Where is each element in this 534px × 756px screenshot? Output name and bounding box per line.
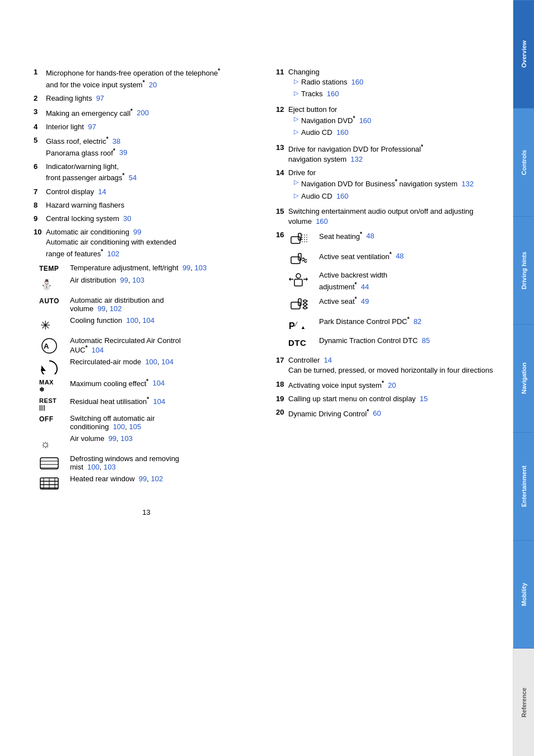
arrow-icon: ▷: [294, 115, 298, 126]
seat-vent-icon: [288, 251, 308, 267]
svg-rect-25: [294, 279, 302, 286]
left-column: 1 Microphone for hands-free operation of…: [34, 67, 259, 516]
arrow-icon: ▷: [294, 128, 298, 138]
icon-entry-cooling: ✳ Cooling function 100, 104: [39, 316, 259, 333]
page-number: 13: [34, 508, 259, 516]
icon-entry-recirculate: Recirculated-air mode 100, 104: [39, 358, 259, 374]
list-item: 11 Changing ▷ Radio stations 160 ▷ Track…: [276, 67, 502, 101]
svg-text:✳: ✳: [40, 318, 50, 332]
icon-entry-rest: REST||| Residual heat utilisation* 104: [39, 396, 259, 411]
icon-entry-max-ac: MAX❄ Maximum cooling effect* 104: [39, 378, 259, 392]
list-item: 6 Indicator/warning light,front passenge…: [34, 162, 259, 184]
active-seat-icon: [288, 297, 308, 312]
defrost-icon: [39, 456, 59, 471]
list-item: 1 Microphone for hands-free operation of…: [34, 67, 259, 90]
list-item: 7 Control display 14: [34, 187, 259, 197]
list-item: 4 Interior light 97: [34, 122, 259, 132]
list-item: 9 Central locking system 30: [34, 214, 259, 224]
arrow-icon: ▷: [294, 191, 298, 201]
svg-text:A: A: [44, 342, 49, 350]
list-item: 14 Drive for ▷ Navigation DVD for Busine…: [276, 168, 502, 203]
icon-entry-pdc: P ⁄ ▲ Park Distance Control PDC* 82: [288, 316, 502, 332]
icon-entry-heated-rear: Heated rear window 99, 102: [39, 475, 259, 491]
icon-entry-auc: A Automatic Recirculated Air ControlAUC*…: [39, 336, 259, 354]
svg-text:⛄: ⛄: [40, 279, 53, 291]
list-item: 16: [276, 230, 502, 352]
icon-entries-section: TEMP Temperature adjustment, left/right …: [34, 264, 259, 491]
list-item: 3 Making an emergency call* 200: [34, 107, 259, 119]
list-item: 15 Switching entertainment audio output …: [276, 206, 502, 227]
icon-entry-air-volume: ☼ Air volume 99, 103: [39, 434, 259, 451]
icon-entry-dtc: DTC Dynamic Traction Control DTC 85: [288, 336, 502, 349]
icon-entry-auto: AUTO Automatic air distribution andvolum…: [39, 296, 259, 313]
heated-rear-icon: [39, 476, 59, 491]
svg-point-24: [296, 274, 301, 278]
list-item: 12 Eject button for ▷ Navigation DVD* 16…: [276, 105, 502, 140]
icon-entry-backrest: Active backrest widthadjustment* 44: [288, 270, 502, 292]
list-item: 18 Activating voice input system* 20: [276, 379, 502, 391]
svg-text:☼: ☼: [40, 438, 50, 450]
right-column: 11 Changing ▷ Radio stations 160 ▷ Track…: [276, 67, 502, 516]
list-item: 8 Hazard warning flashers: [34, 200, 259, 210]
list-item: 13 Drive for navigation DVD for Professi…: [276, 143, 502, 165]
icon-entry-active-seat: Active seat* 49: [288, 295, 502, 312]
list-item: 10 Automatic air conditioning 99 Automat…: [34, 227, 259, 259]
svg-rect-6: [40, 458, 58, 469]
sidebar-tab-controls[interactable]: Controls: [513, 108, 534, 216]
icon-entry-temp: TEMP Temperature adjustment, left/right …: [39, 264, 259, 273]
list-item: 17 Controller 14 Can be turned, pressed,…: [276, 355, 502, 375]
snowflake-icon: ✳: [39, 317, 59, 333]
sidebar-tab-navigation[interactable]: Navigation: [513, 324, 534, 432]
temp-icon: TEMP: [39, 265, 59, 273]
sidebar-tab-driving-hints[interactable]: Driving hints: [513, 216, 534, 324]
sidebar-tab-reference[interactable]: Reference: [513, 648, 534, 756]
sidebar-tab-mobility[interactable]: Mobility: [513, 540, 534, 648]
air-volume-icon: ☼: [39, 435, 59, 451]
dtc-icon: DTC: [288, 337, 306, 349]
seat-heat-icon: [288, 231, 308, 247]
list-item: 20 Dynamic Driving Control* 60: [276, 407, 502, 419]
icon-entry-seat-heat: Seat heating* 48: [288, 230, 502, 247]
backrest-icon: [288, 271, 308, 287]
arrow-icon: ▷: [294, 77, 298, 87]
svg-marker-29: [306, 278, 308, 281]
max-ac-icon: MAX❄: [39, 379, 54, 392]
svg-text:▲: ▲: [301, 325, 306, 330]
svg-marker-28: [289, 278, 291, 281]
auto-icon: AUTO: [39, 297, 59, 305]
svg-marker-4: [41, 365, 46, 371]
list-item: 19 Calling up start menu on control disp…: [276, 394, 502, 404]
sidebar-tab-entertainment[interactable]: Entertainment: [513, 432, 534, 540]
icon-entry-defrost: Defrosting windows and removingmist 100,…: [39, 454, 259, 471]
main-content: 1 Microphone for hands-free operation of…: [0, 0, 513, 756]
list-item: 5 Glass roof, electric* 38 Panorama glas…: [34, 135, 259, 158]
recirculate-icon: [39, 359, 59, 374]
air-distribution-icon: ⛄: [39, 277, 62, 293]
sidebar-tab-overview[interactable]: Overview: [513, 0, 534, 108]
arrow-icon: ▷: [294, 89, 298, 99]
svg-text:P: P: [289, 321, 295, 331]
list-item: 2 Reading lights 97: [34, 93, 259, 104]
icon-entry-off: OFF Switching off automatic aircondition…: [39, 414, 259, 431]
rest-icon: REST|||: [39, 397, 57, 411]
sidebar: Overview Controls Driving hints Navigati…: [513, 0, 534, 756]
arrow-icon: ▷: [294, 178, 298, 190]
pdc-icon: P ⁄ ▲: [288, 317, 311, 332]
auc-icon: A: [39, 337, 59, 354]
icon-entry-seat-vent: Active seat ventilation* 48: [288, 250, 502, 267]
icon-entry-air-dist: ⛄ Air distribution 99, 103: [39, 276, 259, 293]
off-icon: OFF: [39, 415, 54, 423]
